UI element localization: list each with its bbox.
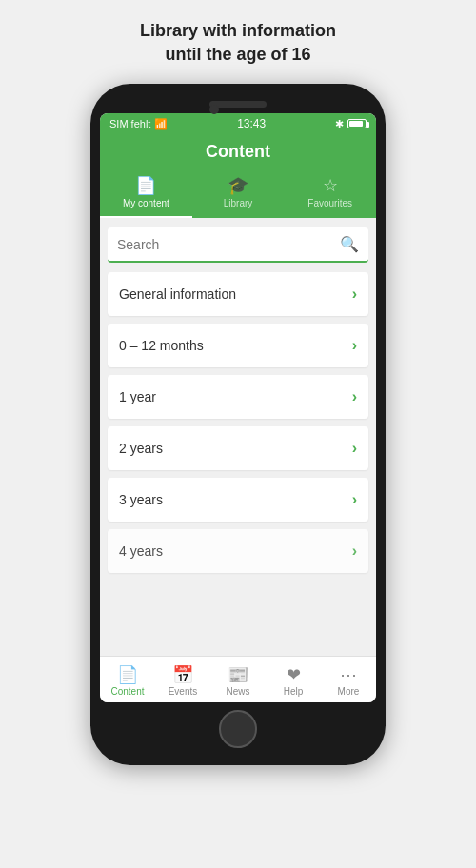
app-header-title: Content (100, 142, 376, 162)
bottom-nav-news-label: News (226, 686, 249, 697)
status-bar-time: 13:43 (237, 117, 266, 130)
phone-screen: SIM fehlt 📶 13:43 ✱ Content 📄 My content (100, 113, 376, 702)
tab-favourites[interactable]: ☆ Favourites (284, 169, 376, 218)
chevron-right-icon-3-years: › (352, 491, 357, 508)
search-box[interactable]: 🔍 (108, 227, 368, 263)
tab-library-label: Library (224, 198, 253, 208)
bottom-nav-help[interactable]: ❤ Help (266, 662, 321, 699)
bottom-nav-more-icon: ⋯ (340, 664, 357, 685)
bluetooth-icon: ✱ (335, 118, 344, 130)
tab-favourites-icon: ☆ (323, 175, 338, 196)
list-item-1-year-label: 1 year (119, 389, 156, 404)
bottom-nav-more-label: More (338, 686, 360, 697)
tab-favourites-label: Favourites (307, 198, 352, 208)
bottom-nav-news-icon: 📰 (228, 664, 248, 685)
status-bar-left: SIM fehlt 📶 (109, 118, 168, 130)
page-title: Library with information until the age o… (140, 19, 336, 67)
tab-library[interactable]: 🎓 Library (192, 169, 285, 218)
bottom-nav-events[interactable]: 📅 Events (155, 662, 210, 699)
list-item-4-years[interactable]: 4 years › (108, 529, 368, 573)
bottom-nav-events-icon: 📅 (172, 664, 193, 685)
search-icon: 🔍 (340, 235, 359, 253)
bottom-nav-more[interactable]: ⋯ More (321, 662, 376, 699)
chevron-right-icon-2-years: › (352, 440, 357, 457)
chevron-right-icon-1-year: › (352, 388, 357, 405)
bottom-nav-content[interactable]: 📄 Content (100, 662, 155, 699)
phone-bottom-bar (100, 710, 376, 748)
list-item-0-12-label: 0 – 12 months (119, 338, 204, 353)
content-area: 🔍 General information › 0 – 12 months › … (100, 218, 376, 656)
list-item-0-12[interactable]: 0 – 12 months › (108, 324, 368, 367)
tab-library-icon: 🎓 (228, 175, 248, 196)
bottom-nav-content-icon: 📄 (117, 664, 138, 685)
tab-bar: 📄 My content 🎓 Library ☆ Favourites (100, 169, 376, 218)
tab-my-content[interactable]: 📄 My content (100, 169, 192, 218)
tab-my-content-icon: 📄 (135, 175, 156, 196)
list-item-4-years-label: 4 years (119, 543, 163, 559)
chevron-right-icon-4-years: › (352, 542, 357, 560)
list-item-2-years-label: 2 years (119, 441, 163, 456)
phone-home-button[interactable] (219, 710, 257, 748)
phone-top-bar (100, 101, 376, 108)
status-bar-right: ✱ (335, 118, 367, 130)
chevron-right-icon-0-12: › (352, 337, 357, 354)
list-item-3-years[interactable]: 3 years › (108, 478, 368, 522)
status-bar: SIM fehlt 📶 13:43 ✱ (100, 113, 376, 134)
search-input[interactable] (117, 237, 340, 252)
bottom-nav-content-label: Content (110, 686, 144, 697)
list-item-2-years[interactable]: 2 years › (108, 426, 368, 470)
bottom-nav-help-label: Help (284, 686, 304, 697)
carrier-label: SIM fehlt (109, 118, 150, 129)
list-item-3-years-label: 3 years (119, 492, 163, 507)
list-item-general[interactable]: General information › (108, 272, 368, 316)
list-item-1-year[interactable]: 1 year › (108, 375, 368, 419)
bottom-nav: 📄 Content 📅 Events 📰 News ❤ Help ⋯ More (100, 656, 376, 702)
bottom-nav-news[interactable]: 📰 News (210, 662, 266, 699)
battery-icon (347, 119, 367, 128)
phone-frame: SIM fehlt 📶 13:43 ✱ Content 📄 My content (90, 84, 386, 765)
chevron-right-icon-general: › (352, 286, 357, 303)
wifi-icon: 📶 (154, 118, 168, 130)
app-header: Content 📄 My content 🎓 Library ☆ Favouri… (100, 134, 376, 218)
bottom-nav-events-label: Events (169, 686, 198, 697)
list-item-general-label: General information (119, 286, 236, 302)
bottom-nav-help-icon: ❤ (287, 664, 301, 685)
tab-my-content-label: My content (123, 198, 169, 208)
